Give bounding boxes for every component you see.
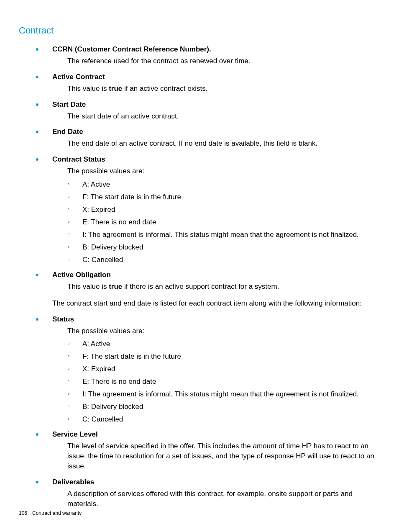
list-item-start-date: Start Date The start date of an active c… bbox=[52, 100, 380, 121]
description: The possible values are: bbox=[67, 166, 380, 176]
list-item-end-date: End Date The end date of an active contr… bbox=[52, 128, 380, 149]
sub-item: C: Cancelled bbox=[67, 256, 380, 264]
term: Active Contract bbox=[52, 73, 380, 81]
sub-list: A: Active F: The start date is in the fu… bbox=[67, 180, 380, 264]
footer-title: Contract and warranty bbox=[32, 510, 82, 516]
sub-item: A: Active bbox=[67, 340, 380, 348]
section-heading: Contract bbox=[19, 25, 380, 36]
list-item-deliverables: Deliverables A description of services o… bbox=[52, 478, 380, 509]
sub-item: X: Expired bbox=[67, 365, 380, 373]
sub-item: C: Cancelled bbox=[67, 415, 380, 424]
term: CCRN (Customer Contract Reference Number… bbox=[52, 45, 380, 54]
definition-list-2: Status The possible values are: A: Activ… bbox=[52, 315, 380, 509]
term: End Date bbox=[52, 128, 380, 136]
sub-item: E: There is no end date bbox=[67, 218, 380, 226]
list-item-ccrn: CCRN (Customer Contract Reference Number… bbox=[52, 45, 380, 66]
description: The end date of an active contract. If n… bbox=[67, 139, 380, 149]
term: Start Date bbox=[52, 100, 380, 109]
term: Status bbox=[52, 315, 380, 324]
term: Active Obligation bbox=[52, 271, 380, 279]
sub-list: A: Active F: The start date is in the fu… bbox=[67, 340, 380, 424]
description: The reference used for the contract as r… bbox=[67, 56, 380, 66]
description: A description of services offered with t… bbox=[67, 489, 380, 509]
sub-item: E: There is no end date bbox=[67, 378, 380, 386]
description: This value is true if there is an active… bbox=[67, 282, 380, 292]
sub-item: F: The start date is in the future bbox=[67, 193, 380, 201]
intermediate-paragraph: The contract start and end date is liste… bbox=[52, 298, 380, 308]
page-footer: 106Contract and warranty bbox=[19, 510, 82, 516]
page-number: 106 bbox=[19, 510, 27, 516]
sub-item: B: Delivery blocked bbox=[67, 403, 380, 411]
list-item-active-obligation: Active Obligation This value is true if … bbox=[52, 271, 380, 292]
list-item-active-contract: Active Contract This value is true if an… bbox=[52, 73, 380, 94]
description: The level of service specified in the of… bbox=[67, 441, 380, 471]
sub-item: I: The agreement is informal. This statu… bbox=[67, 390, 380, 398]
description: The start date of an active contract. bbox=[67, 111, 380, 121]
list-item-contract-status: Contract Status The possible values are:… bbox=[52, 155, 380, 264]
sub-item: A: Active bbox=[67, 180, 380, 189]
definition-list-1: CCRN (Customer Contract Reference Number… bbox=[52, 45, 380, 292]
term: Contract Status bbox=[52, 155, 380, 164]
sub-item: B: Delivery blocked bbox=[67, 243, 380, 252]
sub-item: I: The agreement is informal. This statu… bbox=[67, 231, 380, 239]
list-item-service-level: Service Level The level of service speci… bbox=[52, 430, 380, 471]
sub-item: X: Expired bbox=[67, 206, 380, 214]
description: This value is true if an active contract… bbox=[67, 84, 380, 94]
term: Deliverables bbox=[52, 478, 380, 486]
list-item-status: Status The possible values are: A: Activ… bbox=[52, 315, 380, 424]
description: The possible values are: bbox=[67, 326, 380, 336]
term: Service Level bbox=[52, 430, 380, 439]
sub-item: F: The start date is in the future bbox=[67, 352, 380, 361]
